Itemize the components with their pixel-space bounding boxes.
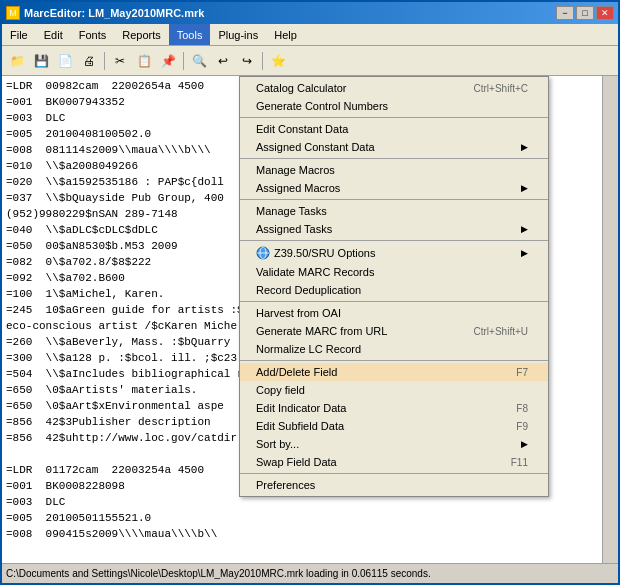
globe-icon <box>256 246 270 260</box>
menu-drop-item-swap-field-data[interactable]: Swap Field DataF11 <box>240 453 548 471</box>
menu-section: Manage TasksAssigned Tasks▶ <box>240 200 548 241</box>
menu-drop-item-manage-tasks[interactable]: Manage Tasks <box>240 202 548 220</box>
submenu-arrow-icon: ▶ <box>521 183 528 193</box>
menu-drop-item-generate-marc-from-url[interactable]: Generate MARC from URLCtrl+Shift+U <box>240 322 548 340</box>
menu-item-label: Add/Delete Field <box>256 366 496 378</box>
toolbar-find[interactable]: 🔍 <box>188 50 210 72</box>
menu-drop-item-assigned-tasks[interactable]: Assigned Tasks▶ <box>240 220 548 238</box>
minimize-button[interactable]: − <box>556 6 574 20</box>
menu-drop-item-z3950sru-options[interactable]: Z39.50/SRU Options▶ <box>240 243 548 263</box>
menu-drop-item-validate-marc-records[interactable]: Validate MARC Records <box>240 263 548 281</box>
menu-file[interactable]: File <box>2 24 36 45</box>
menu-item-shortcut: F7 <box>516 367 528 378</box>
menu-help[interactable]: Help <box>266 24 305 45</box>
tools-dropdown-menu[interactable]: Catalog CalculatorCtrl+Shift+CGenerate C… <box>239 76 549 497</box>
menu-item-label: Z39.50/SRU Options <box>274 247 517 259</box>
menu-bar: File Edit Fonts Reports Tools Plug-ins H… <box>2 24 618 46</box>
toolbar-save[interactable]: 💾 <box>30 50 52 72</box>
app-icon: M <box>6 6 20 20</box>
menu-section: Manage MacrosAssigned Macros▶ <box>240 159 548 200</box>
content-area: =LDR 00982cam 22002654a 4500=001 BK00079… <box>2 76 618 563</box>
menu-item-label: Copy field <box>256 384 528 396</box>
toolbar-sep3 <box>262 52 263 70</box>
menu-drop-item-copy-field[interactable]: Copy field <box>240 381 548 399</box>
editor-line: =005 20100501155521.0 <box>4 510 600 526</box>
status-bar: C:\Documents and Settings\Nicole\Desktop… <box>2 563 618 583</box>
menu-item-label: Record Deduplication <box>256 284 528 296</box>
window-title: MarcEditor: LM_May2010MRC.mrk <box>24 7 204 19</box>
submenu-arrow-icon: ▶ <box>521 142 528 152</box>
menu-item-shortcut: F11 <box>511 457 528 468</box>
menu-section: Catalog CalculatorCtrl+Shift+CGenerate C… <box>240 77 548 118</box>
menu-drop-item-manage-macros[interactable]: Manage Macros <box>240 161 548 179</box>
menu-drop-item-catalog-calculator[interactable]: Catalog CalculatorCtrl+Shift+C <box>240 79 548 97</box>
menu-drop-item-harvest-from-oai[interactable]: Harvest from OAI <box>240 304 548 322</box>
menu-section: Add/Delete FieldF7Copy fieldEdit Indicat… <box>240 361 548 474</box>
menu-drop-item-edit-constant-data[interactable]: Edit Constant Data <box>240 120 548 138</box>
menu-drop-item-normalize-lc-record[interactable]: Normalize LC Record <box>240 340 548 358</box>
menu-item-label: Edit Indicator Data <box>256 402 496 414</box>
menu-item-label: Edit Subfield Data <box>256 420 496 432</box>
menu-item-label: Catalog Calculator <box>256 82 454 94</box>
menu-item-label: Generate MARC from URL <box>256 325 454 337</box>
menu-item-label: Edit Constant Data <box>256 123 528 135</box>
toolbar-open[interactable]: 📁 <box>6 50 28 72</box>
menu-item-label: Normalize LC Record <box>256 343 528 355</box>
toolbar: 📁 💾 📄 🖨 ✂ 📋 📌 🔍 ↩ ↪ ⭐ <box>2 46 618 76</box>
menu-drop-item-sort-by[interactable]: Sort by...▶ <box>240 435 548 453</box>
menu-item-label: Assigned Constant Data <box>256 141 517 153</box>
toolbar-extra1[interactable]: ⭐ <box>267 50 289 72</box>
menu-tools[interactable]: Tools <box>169 24 211 45</box>
menu-item-label: Generate Control Numbers <box>256 100 528 112</box>
menu-edit[interactable]: Edit <box>36 24 71 45</box>
menu-fonts[interactable]: Fonts <box>71 24 115 45</box>
toolbar-cut[interactable]: ✂ <box>109 50 131 72</box>
scrollbar-vertical[interactable] <box>602 76 618 563</box>
menu-plugins[interactable]: Plug-ins <box>210 24 266 45</box>
menu-item-label: Assigned Macros <box>256 182 517 194</box>
menu-item-shortcut: F8 <box>516 403 528 414</box>
title-bar: M MarcEditor: LM_May2010MRC.mrk − □ ✕ <box>2 2 618 24</box>
menu-item-label: Validate MARC Records <box>256 266 528 278</box>
menu-item-label: Assigned Tasks <box>256 223 517 235</box>
menu-item-shortcut: Ctrl+Shift+C <box>474 83 528 94</box>
menu-section: Z39.50/SRU Options▶Validate MARC Records… <box>240 241 548 302</box>
toolbar-new[interactable]: 📄 <box>54 50 76 72</box>
menu-drop-item-record-deduplication[interactable]: Record Deduplication <box>240 281 548 299</box>
editor-line: =008 090415s2009\\\\maua\\\\b\\ <box>4 526 600 542</box>
submenu-arrow-icon: ▶ <box>521 248 528 258</box>
menu-item-label: Swap Field Data <box>256 456 491 468</box>
menu-section: Edit Constant DataAssigned Constant Data… <box>240 118 548 159</box>
toolbar-undo[interactable]: ↩ <box>212 50 234 72</box>
status-text: C:\Documents and Settings\Nicole\Desktop… <box>6 568 431 579</box>
toolbar-sep1 <box>104 52 105 70</box>
menu-drop-item-preferences[interactable]: Preferences <box>240 476 548 494</box>
toolbar-copy[interactable]: 📋 <box>133 50 155 72</box>
close-button[interactable]: ✕ <box>596 6 614 20</box>
toolbar-print[interactable]: 🖨 <box>78 50 100 72</box>
menu-reports[interactable]: Reports <box>114 24 169 45</box>
menu-item-label: Manage Macros <box>256 164 528 176</box>
menu-drop-item-edit-indicator-data[interactable]: Edit Indicator DataF8 <box>240 399 548 417</box>
toolbar-paste[interactable]: 📌 <box>157 50 179 72</box>
menu-drop-item-adddelete-field[interactable]: Add/Delete FieldF7 <box>240 363 548 381</box>
toolbar-sep2 <box>183 52 184 70</box>
menu-item-label: Sort by... <box>256 438 517 450</box>
menu-item-label: Preferences <box>256 479 528 491</box>
menu-item-label: Harvest from OAI <box>256 307 528 319</box>
menu-drop-item-assigned-constant-data[interactable]: Assigned Constant Data▶ <box>240 138 548 156</box>
maximize-button[interactable]: □ <box>576 6 594 20</box>
main-window: M MarcEditor: LM_May2010MRC.mrk − □ ✕ Fi… <box>0 0 620 585</box>
title-bar-left: M MarcEditor: LM_May2010MRC.mrk <box>6 6 204 20</box>
menu-drop-item-edit-subfield-data[interactable]: Edit Subfield DataF9 <box>240 417 548 435</box>
menu-drop-item-generate-control-numbers[interactable]: Generate Control Numbers <box>240 97 548 115</box>
submenu-arrow-icon: ▶ <box>521 224 528 234</box>
menu-section: Harvest from OAIGenerate MARC from URLCt… <box>240 302 548 361</box>
menu-item-shortcut: F9 <box>516 421 528 432</box>
submenu-arrow-icon: ▶ <box>521 439 528 449</box>
menu-section: Preferences <box>240 474 548 496</box>
menu-item-label: Manage Tasks <box>256 205 528 217</box>
menu-drop-item-assigned-macros[interactable]: Assigned Macros▶ <box>240 179 548 197</box>
toolbar-redo[interactable]: ↪ <box>236 50 258 72</box>
title-bar-buttons: − □ ✕ <box>556 6 614 20</box>
